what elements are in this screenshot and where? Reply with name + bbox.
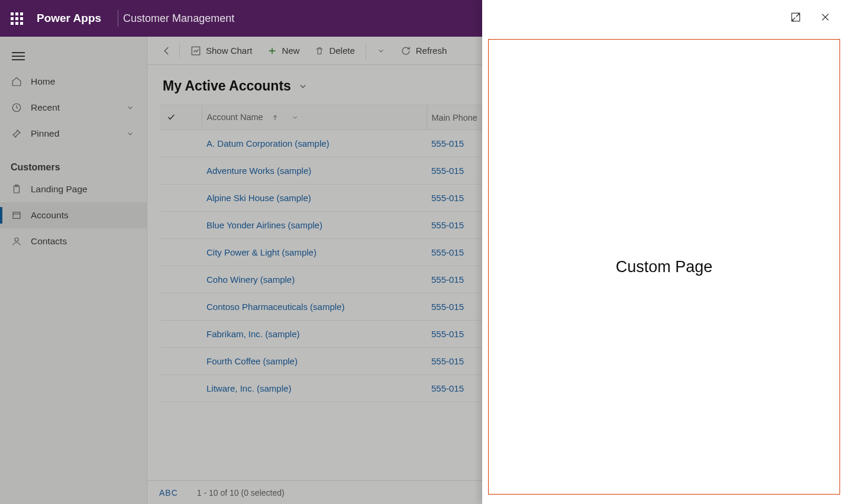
environment-name[interactable]: Customer Management: [123, 12, 234, 25]
side-panel: Custom Page: [482, 0, 846, 504]
app-title: Power Apps: [37, 12, 101, 25]
app-launcher-icon[interactable]: [8, 10, 25, 27]
custom-page-label: Custom Page: [616, 258, 713, 276]
header-divider: [118, 10, 118, 27]
panel-body: Custom Page: [488, 39, 840, 495]
panel-header: [482, 0, 846, 34]
close-icon[interactable]: [819, 11, 832, 24]
expand-icon[interactable]: [789, 11, 802, 24]
